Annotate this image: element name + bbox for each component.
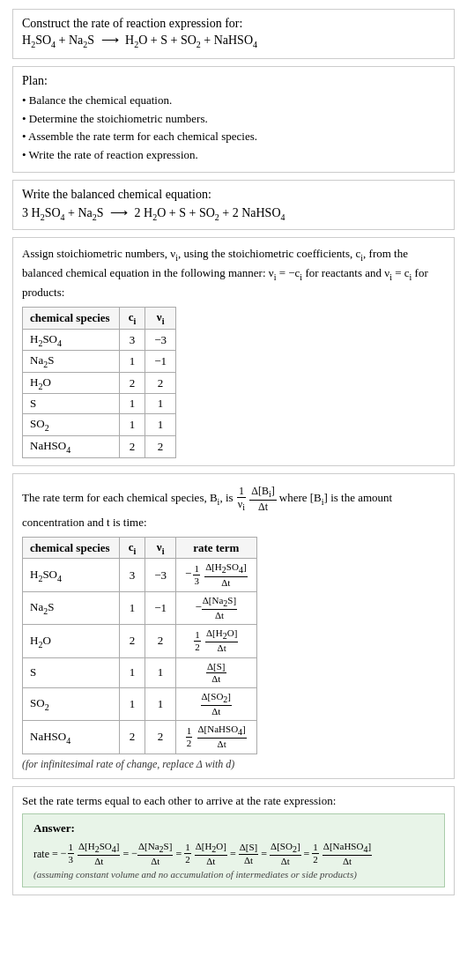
rt-rate-so2: Δ[SO2] Δt <box>176 687 257 720</box>
plan-step-4: • Write the rate of reaction expression. <box>22 146 445 165</box>
rt-ci-nahso4: 2 <box>119 721 145 754</box>
stoich-row-na2s: Na2S 1 −1 <box>23 351 176 373</box>
stoich-species-nahso4: NaHSO4 <box>23 436 120 458</box>
balanced-section: Write the balanced chemical equation: 3 … <box>12 180 455 230</box>
plan-step-3: • Assemble the rate term for each chemic… <box>22 128 445 146</box>
rt-col-ci: ci <box>119 537 145 559</box>
stoich-vi-s: 1 <box>145 394 176 414</box>
stoich-species-na2s: Na2S <box>23 351 120 373</box>
rt-species-nahso4: NaHSO4 <box>23 721 120 754</box>
stoich-row-nahso4: NaHSO4 2 2 <box>23 436 176 458</box>
stoich-vi-h2so4: −3 <box>145 329 176 351</box>
rt-species-h2o: H2O <box>23 625 120 657</box>
rt-rate-na2s: − Δ[Na2S] Δt <box>176 591 257 624</box>
rt-row-h2so4: H2SO4 3 −3 − 1 3 Δ[H2SO4] Δt <box>23 559 257 591</box>
rate-term-section: The rate term for each chemical species,… <box>12 473 455 779</box>
rate-term-description: The rate term for each chemical species,… <box>22 485 445 531</box>
rt-vi-h2o: 2 <box>145 625 176 657</box>
rt-row-nahso4: NaHSO4 2 2 1 2 Δ[NaHSO4] Δt <box>23 721 257 754</box>
term4: Δ[S] Δt <box>239 842 259 866</box>
plan-label: Plan: <box>22 74 445 88</box>
original-reaction: H2SO4 + Na2S ⟶ H2O + S + SO2 + NaHSO4 <box>22 33 445 49</box>
construct-label: Construct the rate of reaction expressio… <box>22 17 445 31</box>
rt-col-species: chemical species <box>23 537 120 559</box>
stoich-ci-so2: 1 <box>119 414 145 436</box>
rt-ci-h2so4: 3 <box>119 559 145 591</box>
rt-row-so2: SO2 1 1 Δ[SO2] Δt <box>23 687 257 720</box>
rt-vi-h2so4: −3 <box>145 559 176 591</box>
rt-species-na2s: Na2S <box>23 591 120 624</box>
stoich-species-s: S <box>23 394 120 414</box>
rt-ci-so2: 1 <box>119 687 145 720</box>
eq4: = <box>230 843 236 865</box>
stoich-species-so2: SO2 <box>23 414 120 436</box>
stoich-col-species: chemical species <box>23 308 120 330</box>
stoich-row-so2: SO2 1 1 <box>23 414 176 436</box>
stoich-row-s: S 1 1 <box>23 394 176 414</box>
stoich-ci-s: 1 <box>119 394 145 414</box>
rate-assuming: (assuming constant volume and no accumul… <box>33 869 434 880</box>
rt-species-h2so4: H2SO4 <box>23 559 120 591</box>
eq1: = <box>52 843 58 865</box>
rt-species-s: S <box>23 657 120 687</box>
eq6: = <box>304 843 310 865</box>
stoich-table: chemical species ci νi H2SO4 3 −3 Na2S 1… <box>22 307 176 458</box>
plan-list: • Balance the chemical equation. • Deter… <box>22 92 445 165</box>
stoich-ci-na2s: 1 <box>119 351 145 373</box>
set-equal-text: Set the rate terms equal to each other t… <box>22 794 445 808</box>
rate-expression: rate = − 1 3 Δ[H2SO4] Δt = − Δ[Na2S] Δt … <box>33 841 434 867</box>
stoich-vi-na2s: −1 <box>145 351 176 373</box>
eq5: = <box>261 843 267 865</box>
term6: 1 2 Δ[NaHSO4] Δt <box>312 841 372 867</box>
rt-vi-so2: 1 <box>145 687 176 720</box>
stoich-ci-h2so4: 3 <box>119 329 145 351</box>
term2: − Δ[Na2S] Δt <box>131 841 173 867</box>
rt-vi-nahso4: 2 <box>145 721 176 754</box>
rt-row-h2o: H2O 2 2 1 2 Δ[H2O] Δt <box>23 625 257 657</box>
plan-step-1: • Balance the chemical equation. <box>22 92 445 110</box>
stoich-row-h2so4: H2SO4 3 −3 <box>23 329 176 351</box>
stoich-ci-nahso4: 2 <box>119 436 145 458</box>
eq3: = <box>175 843 182 865</box>
stoich-vi-h2o: 2 <box>145 372 176 394</box>
rate-term-footnote: (for infinitesimal rate of change, repla… <box>22 758 445 771</box>
answer-label: Answer: <box>33 821 434 835</box>
stoich-vi-so2: 1 <box>145 414 176 436</box>
rt-ci-na2s: 1 <box>119 591 145 624</box>
header-section: Construct the rate of reaction expressio… <box>12 9 455 59</box>
rt-vi-s: 1 <box>145 657 176 687</box>
rate-word: rate <box>33 843 49 865</box>
rt-rate-h2so4: − 1 3 Δ[H2SO4] Δt <box>176 559 257 591</box>
balanced-equation: 3 H2SO4 + Na2S ⟶ 2 H2O + S + SO2 + 2 NaH… <box>22 205 445 222</box>
stoich-row-h2o: H2O 2 2 <box>23 372 176 394</box>
eq2: = <box>122 843 129 865</box>
rt-vi-na2s: −1 <box>145 591 176 624</box>
rt-row-na2s: Na2S 1 −1 − Δ[Na2S] Δt <box>23 591 257 624</box>
rt-col-rate: rate term <box>176 537 257 559</box>
rt-ci-h2o: 2 <box>119 625 145 657</box>
rt-rate-s: Δ[S] Δt <box>176 657 257 687</box>
stoich-vi-nahso4: 2 <box>145 436 176 458</box>
answer-box: Answer: rate = − 1 3 Δ[H2SO4] Δt = − Δ[N… <box>22 813 445 887</box>
balanced-label: Write the balanced chemical equation: <box>22 188 445 202</box>
plan-section: Plan: • Balance the chemical equation. •… <box>12 66 455 173</box>
rt-row-s: S 1 1 Δ[S] Δt <box>23 657 257 687</box>
rt-col-vi: νi <box>145 537 176 559</box>
stoich-section: Assign stoichiometric numbers, νi, using… <box>12 237 455 466</box>
term1: − 1 3 Δ[H2SO4] Δt <box>61 841 121 867</box>
stoich-species-h2so4: H2SO4 <box>23 329 120 351</box>
rt-rate-nahso4: 1 2 Δ[NaHSO4] Δt <box>176 721 257 754</box>
rt-rate-h2o: 1 2 Δ[H2O] Δt <box>176 625 257 657</box>
plan-step-2: • Determine the stoichiometric numbers. <box>22 110 445 129</box>
rate-term-table: chemical species ci νi rate term H2SO4 3… <box>22 537 257 754</box>
stoich-col-ci: ci <box>119 308 145 330</box>
stoich-species-h2o: H2O <box>23 372 120 394</box>
stoich-ci-h2o: 2 <box>119 372 145 394</box>
answer-section: Set the rate terms equal to each other t… <box>12 786 455 895</box>
stoich-col-vi: νi <box>145 308 176 330</box>
rt-ci-s: 1 <box>119 657 145 687</box>
term5: Δ[SO2] Δt <box>270 841 300 867</box>
stoich-description: Assign stoichiometric numbers, νi, using… <box>22 245 445 301</box>
term3: 1 2 Δ[H2O] Δt <box>184 841 227 867</box>
rt-species-so2: SO2 <box>23 687 120 720</box>
